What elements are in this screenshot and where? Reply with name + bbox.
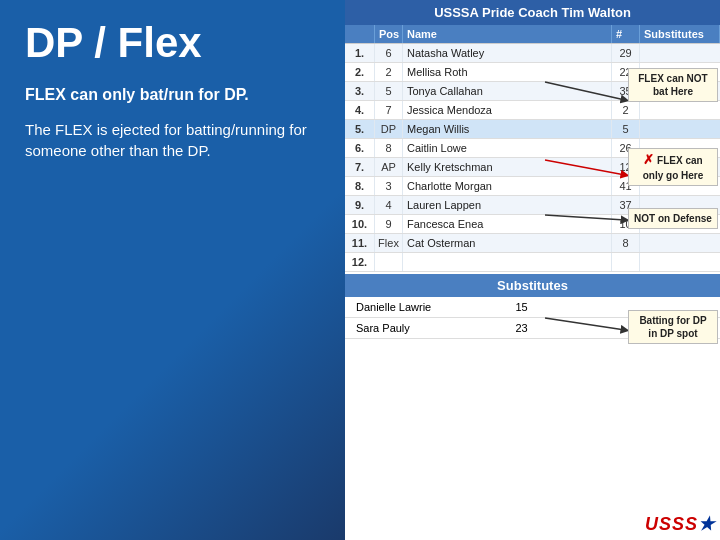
row-pos: 4 [375,196,403,214]
row-num: 5. [345,120,375,138]
sub-name: Sara Pauly [353,321,513,335]
row-pos: 5 [375,82,403,100]
row-name: Mellisa Roth [403,63,612,81]
subtitle: FLEX can only bat/run for DP. [25,86,320,104]
table-row: 1. 6 Natasha Watley 29 [345,44,720,63]
table-row: 12. [345,253,720,272]
row-name: Natasha Watley [403,44,612,62]
row-name: Jessica Mendoza [403,101,612,119]
row-num: 9. [345,196,375,214]
row-name [403,253,612,271]
row-name: Kelly Kretschman [403,158,612,176]
column-headers: Pos Name # Substitutes [345,25,720,44]
row-pos: 2 [375,63,403,81]
table-row: 5. DP Megan Willis 5 [345,120,720,139]
row-name: Fancesca Enea [403,215,612,233]
row-num: 3. [345,82,375,100]
sub-num: 15 [513,300,553,314]
row-pos: DP [375,120,403,138]
col-num [345,25,375,43]
sub-num: 23 [513,321,553,335]
row-num: 4. [345,101,375,119]
annotation-flex-not: FLEX can NOT bat Here [628,68,718,102]
row-pos: Flex [375,234,403,252]
description: The FLEX is ejected for batting/running … [25,119,320,161]
row-jersey: 2 [612,101,640,119]
row-pos: 7 [375,101,403,119]
row-name: Lauren Lappen [403,196,612,214]
col-jersey: # [612,25,640,43]
row-name: Charlotte Morgan [403,177,612,195]
row-sub [640,253,720,271]
annotation-not-defense: NOT on Defense [628,208,718,229]
row-jersey: 29 [612,44,640,62]
row-pos: 8 [375,139,403,157]
col-name: Name [403,25,612,43]
row-name: Tonya Callahan [403,82,612,100]
table-row: 4. 7 Jessica Mendoza 2 [345,101,720,120]
row-name: Cat Osterman [403,234,612,252]
table-row: 11. Flex Cat Osterman 8 [345,234,720,253]
row-num: 6. [345,139,375,157]
row-pos: AP [375,158,403,176]
row-sub [640,234,720,252]
left-panel: DP / Flex FLEX can only bat/run for DP. … [0,0,345,540]
row-num: 8. [345,177,375,195]
sub-name: Danielle Lawrie [353,300,513,314]
row-num: 7. [345,158,375,176]
row-pos [375,253,403,271]
annotation-flex-only: ✗ FLEX can only go Here [628,148,718,186]
col-pos: Pos [375,25,403,43]
row-num: 11. [345,234,375,252]
row-jersey [612,253,640,271]
row-num: 1. [345,44,375,62]
row-name: Caitlin Lowe [403,139,612,157]
row-num: 12. [345,253,375,271]
row-jersey: 8 [612,234,640,252]
row-sub [640,44,720,62]
usssa-logo: USSS★ [645,513,715,535]
row-pos: 9 [375,215,403,233]
row-pos: 3 [375,177,403,195]
main-title: DP / Flex [25,20,320,66]
row-num: 2. [345,63,375,81]
table-header: USSSA Pride Coach Tim Walton [345,0,720,25]
row-name: Megan Willis [403,120,612,138]
annotation-batting-dp: Batting for DP in DP spot [628,310,718,344]
right-panel: USSSA Pride Coach Tim Walton Pos Name # … [345,0,720,540]
row-jersey: 5 [612,120,640,138]
row-sub [640,120,720,138]
substitutes-header: Substitutes [345,274,720,297]
row-sub [640,101,720,119]
row-pos: 6 [375,44,403,62]
col-sub: Substitutes [640,25,720,43]
row-num: 10. [345,215,375,233]
